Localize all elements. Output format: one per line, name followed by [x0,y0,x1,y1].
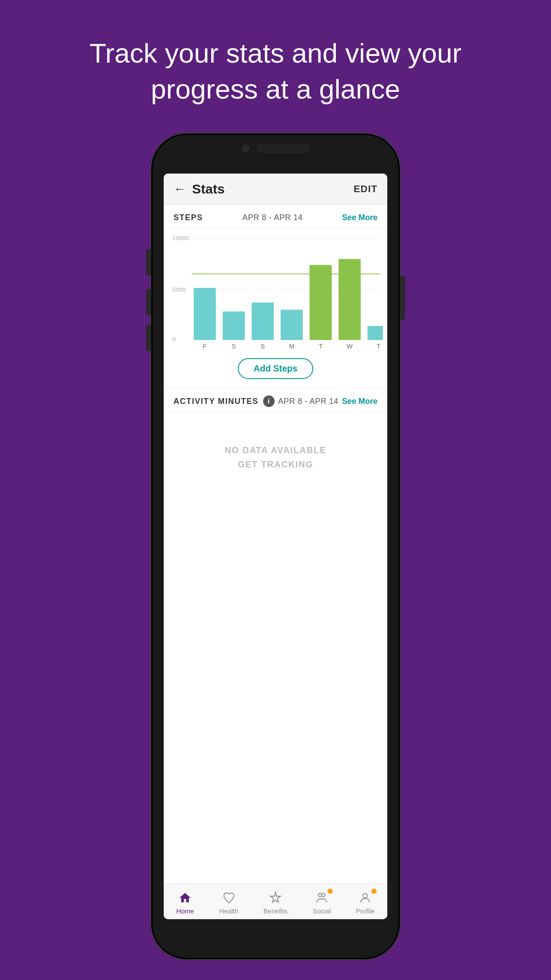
bar-F [194,288,216,340]
phone-frame: ← Stats EDIT STEPS APR 8 - APR 14 See Mo… [151,134,400,959]
top-bar: ← Stats EDIT [164,174,387,205]
camera-dot [241,144,249,152]
bar-S2 [252,303,274,340]
steps-see-more[interactable]: See More [342,213,378,222]
svg-point-16 [363,893,367,898]
profile-icon [358,890,373,905]
activity-section-header: ACTIVITY MINUTES i APR 8 - APR 14 See Mo… [164,387,387,413]
social-notification-dot [327,889,333,894]
svg-text:5000: 5000 [173,286,186,293]
steps-chart-container: 10000 5000 0 [164,228,387,379]
svg-text:F: F [203,343,207,350]
svg-point-14 [319,893,322,897]
bar-M [281,310,303,340]
steps-title: STEPS [173,213,203,222]
activity-title-group: ACTIVITY MINUTES i [173,395,275,407]
svg-text:S: S [260,343,265,350]
home-icon [177,890,193,905]
speaker-grille [256,143,310,153]
add-steps-button[interactable]: Add Steps [238,358,314,379]
svg-text:M: M [289,343,294,350]
svg-text:10000: 10000 [173,235,189,241]
svg-text:W: W [346,343,353,350]
nav-label-health: Health [219,907,238,915]
bar-W [338,259,361,340]
no-data-text: NO DATA AVAILABLE GET TRACKING [224,443,326,471]
headline: Track your stats and view your progress … [36,0,515,134]
steps-section-header: STEPS APR 8 - APR 14 See More [164,205,387,228]
svg-text:T: T [377,343,381,350]
nav-item-profile[interactable]: Profile [356,890,375,915]
bottom-nav: Home Health [164,884,387,919]
activity-title: ACTIVITY MINUTES [173,397,259,406]
activity-see-more[interactable]: See More [342,397,378,406]
bar-T1 [310,265,332,340]
svg-text:T: T [319,343,323,350]
nav-item-home[interactable]: Home [176,890,194,915]
steps-date-range: APR 8 - APR 14 [242,213,303,222]
phone-notch [241,143,310,153]
bar-S1 [223,312,245,340]
phone-mockup: ← Stats EDIT STEPS APR 8 - APR 14 See Mo… [151,134,400,959]
scroll-content: STEPS APR 8 - APR 14 See More 10000 5000… [164,205,387,884]
nav-label-home: Home [176,907,194,915]
benefits-icon [268,890,283,905]
no-data-area: NO DATA AVAILABLE GET TRACKING [164,413,387,502]
svg-text:0: 0 [173,336,176,343]
social-icon [314,890,329,905]
screen-title: Stats [192,182,224,197]
edit-button[interactable]: EDIT [354,183,378,195]
app-screen: ← Stats EDIT STEPS APR 8 - APR 14 See Mo… [164,174,387,919]
nav-label-profile: Profile [356,907,375,915]
info-icon[interactable]: i [263,395,275,407]
nav-label-social: Social [313,907,331,915]
steps-chart: 10000 5000 0 [168,233,383,352]
nav-item-social[interactable]: Social [313,890,331,915]
nav-item-benefits[interactable]: Benefits [264,890,287,915]
activity-date-range: APR 8 - APR 14 [278,397,338,406]
nav-label-benefits: Benefits [264,907,287,915]
top-bar-left: ← Stats [173,182,224,197]
svg-text:S: S [232,343,236,350]
back-button[interactable]: ← [173,182,186,196]
nav-item-health[interactable]: Health [219,890,238,915]
health-icon [221,890,236,905]
bar-T2 [367,326,383,340]
profile-notification-dot [371,889,377,894]
svg-point-15 [322,893,325,897]
